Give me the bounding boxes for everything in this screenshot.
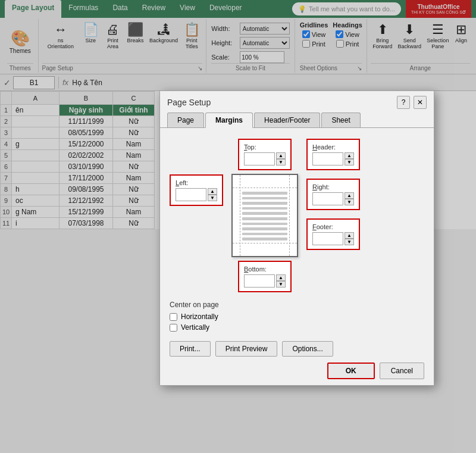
- left-margin-down-btn[interactable]: ▼: [208, 195, 217, 201]
- header-margin-label: Header:: [312, 143, 354, 151]
- header-margin-down-btn[interactable]: ▼: [345, 159, 354, 165]
- footer-margin-field: Footer: 0,8 ▲ ▼: [306, 218, 360, 229]
- left-margin-label: Left:: [176, 179, 217, 186]
- dialog-close-btn[interactable]: ✕: [414, 96, 427, 109]
- right-margin-down-btn[interactable]: ▼: [345, 199, 354, 205]
- header-margin-input[interactable]: 0,8: [312, 152, 343, 165]
- right-margin-field: Right: 1,8 ▲ ▼: [306, 179, 360, 210]
- dialog-tab-sheet[interactable]: Sheet: [321, 113, 360, 127]
- dialog-titlebar: Page Setup ? ✕: [160, 91, 434, 113]
- left-margin-field: Left: 1,8 ▲ ▼: [170, 174, 223, 206]
- dialog-tabs-bar: Page Margins Header/Footer Sheet: [160, 113, 434, 128]
- top-margin-down-btn[interactable]: ▼: [276, 159, 286, 165]
- dialog-tab-page[interactable]: Page: [167, 113, 204, 127]
- page-setup-dialog: Page Setup ? ✕ Page Margins Header/Foote…: [159, 91, 434, 229]
- right-margin-up-btn[interactable]: ▲: [345, 192, 354, 199]
- right-margin-input[interactable]: 1,8: [312, 192, 343, 205]
- dialog-tab-header-footer[interactable]: Header/Footer: [254, 113, 320, 127]
- spreadsheet-area: A B C 1 ên Ngày sinh Giới tính 2 11/11/1…: [0, 91, 476, 229]
- dialog-tab-margins[interactable]: Margins: [205, 113, 253, 128]
- dialog-title: Page Setup: [167, 98, 211, 107]
- dialog-help-btn[interactable]: ?: [397, 96, 410, 109]
- top-margin-input[interactable]: 1,9: [244, 152, 275, 165]
- dialog-body: Left: 1,8 ▲ ▼ Top:: [160, 128, 434, 229]
- right-margin-label: Right:: [312, 183, 354, 190]
- top-margin-field: Top: 1,9 ▲ ▼: [238, 139, 292, 170]
- top-margin-label: Top:: [244, 143, 286, 151]
- top-margin-up-btn[interactable]: ▲: [276, 152, 286, 159]
- header-margin-up-btn[interactable]: ▲: [345, 152, 354, 159]
- page-preview: [231, 174, 298, 229]
- footer-margin-label: Footer:: [312, 223, 354, 229]
- left-margin-input[interactable]: 1,8: [176, 188, 206, 201]
- header-margin-field: Header: 0,8 ▲ ▼: [306, 139, 360, 170]
- left-margin-up-btn[interactable]: ▲: [208, 188, 217, 195]
